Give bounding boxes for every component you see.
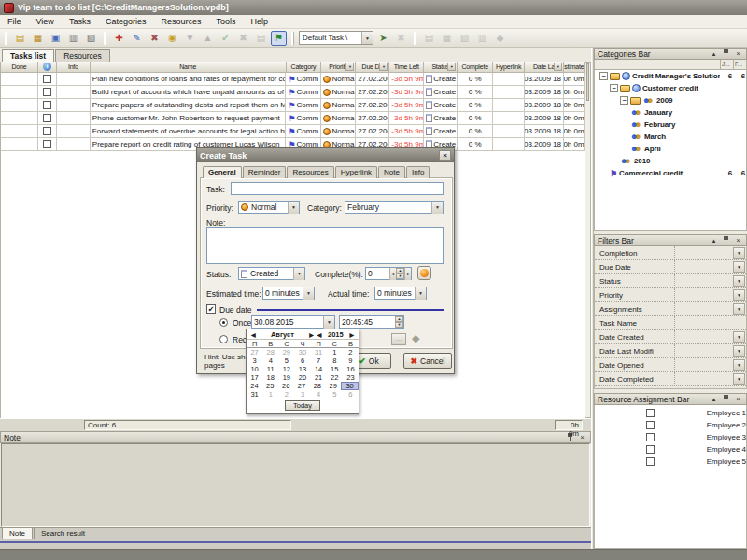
save-icon[interactable]: ▣ (48, 31, 63, 46)
expand-icon[interactable]: − (620, 96, 628, 105)
column-header-complete[interactable]: Complete (458, 62, 493, 73)
column-header-info-flag[interactable]: i (38, 62, 57, 73)
actual-time-combo[interactable]: 0 minutes ▼ (374, 287, 427, 300)
vertical-scrollbar[interactable] (585, 62, 591, 418)
task-input[interactable] (231, 182, 444, 195)
calendar-day[interactable]: 3 (247, 357, 262, 365)
dialog-tab-general[interactable]: General (203, 166, 242, 178)
decrement-icon[interactable]: ◂ (389, 268, 396, 280)
filter-row-completion[interactable]: Completion▼ (595, 246, 746, 260)
calendar-day[interactable]: 5 (327, 390, 343, 399)
calendar-day[interactable]: 14 (311, 365, 327, 373)
report-icon[interactable]: ▤ (421, 31, 437, 46)
calendar-day[interactable]: 26 (278, 382, 294, 390)
collapse-icon[interactable]: ▴ (709, 49, 719, 59)
resource-checkbox[interactable] (646, 445, 655, 454)
print-icon[interactable]: ▥ (65, 31, 81, 46)
assign-resources-icon[interactable]: ◉ (164, 31, 180, 46)
due-date-checkbox[interactable]: ✔ (206, 304, 216, 314)
filter-row-status[interactable]: Status▼ (595, 274, 746, 288)
calendar-day[interactable]: 1 (327, 348, 343, 357)
column-filter-icon[interactable]: ▼ (447, 63, 456, 71)
dialog-tab-resources[interactable]: Resources (287, 166, 333, 178)
scrollbar-thumb[interactable] (586, 63, 589, 101)
tree-item-february[interactable]: ☻February (595, 119, 746, 131)
calendar-day[interactable]: 27 (247, 348, 262, 357)
chevron-down-icon[interactable]: ▼ (733, 331, 745, 343)
categories-column-2[interactable]: Г... (733, 60, 746, 70)
column-header-status[interactable]: Status▼ (424, 62, 458, 73)
column-header-hyperlink[interactable]: Hyperlink (493, 62, 525, 73)
delete-template-icon[interactable]: ✖ (393, 31, 409, 46)
chevron-down-icon[interactable]: ▼ (733, 359, 745, 371)
calendar-day[interactable]: 22 (327, 373, 343, 382)
set-complete-button[interactable] (417, 266, 431, 280)
add-task-icon[interactable]: ✚ (111, 31, 127, 46)
column-header-time_left[interactable]: Time Left (389, 62, 424, 73)
calendar-day[interactable]: 9 (343, 357, 359, 365)
table-row[interactable]: Forward statements of overdue accounts f… (1, 125, 585, 138)
spin-buttons[interactable]: ▲▼ (395, 316, 403, 328)
table-row[interactable]: Build report of accounts which have unpa… (1, 86, 585, 99)
done-checkbox[interactable] (43, 127, 51, 135)
close-icon[interactable]: × (733, 236, 743, 245)
menu-item-help[interactable]: Help (243, 16, 275, 27)
table-row[interactable]: Prepare papers of outstanding debts and … (1, 99, 585, 112)
pin-icon[interactable] (721, 395, 731, 404)
pin-icon[interactable] (721, 49, 731, 59)
spin-buttons[interactable]: ▲▼ (396, 268, 404, 279)
calendar-day[interactable]: 8 (327, 357, 343, 365)
menu-item-tasks[interactable]: Tasks (62, 16, 98, 27)
chevron-down-icon[interactable]: ▼ (733, 275, 745, 287)
dialog-close-button[interactable]: × (439, 150, 451, 161)
chevron-down-icon[interactable]: ▼ (733, 345, 745, 357)
column-filter-icon[interactable]: ▼ (345, 63, 354, 71)
calendar-day[interactable]: 2 (343, 348, 359, 357)
filter-row-priority[interactable]: Priority▼ (595, 288, 746, 302)
next-year-icon[interactable]: ▶ (347, 331, 356, 338)
apply-template-icon[interactable]: ➤ (375, 31, 391, 46)
collapse-icon[interactable]: ▴ (709, 236, 719, 245)
calendar-day[interactable]: 4 (311, 390, 327, 399)
calendar-day[interactable]: 25 (262, 382, 278, 390)
tree-item-credit-manager-s-solution[interactable]: −Credit Manager's Solution66 (595, 70, 746, 82)
menu-item-resources[interactable]: Resources (153, 16, 208, 27)
edit-task-icon[interactable]: ✎ (129, 31, 145, 46)
calendar-day[interactable]: 7 (311, 357, 327, 365)
tab-note[interactable]: Note (2, 528, 33, 539)
menu-item-file[interactable]: File (0, 16, 29, 27)
column-filter-icon[interactable]: ▼ (379, 63, 388, 71)
calendar-day[interactable]: 6 (343, 390, 359, 399)
email-icon[interactable]: ▥ (474, 31, 490, 46)
calendar-day[interactable]: 20 (294, 373, 310, 382)
close-icon[interactable]: × (733, 395, 743, 404)
category-combo[interactable]: February ▼ (345, 201, 444, 214)
dialog-tab-info[interactable]: Info (406, 166, 430, 178)
chevron-down-icon[interactable]: ▼ (733, 247, 745, 259)
column-header-info[interactable]: Info (57, 62, 91, 73)
once-radio[interactable] (219, 318, 228, 327)
column-header-done[interactable]: Done (1, 62, 38, 73)
chevron-down-icon[interactable]: ▼ (431, 202, 443, 214)
tab-search-result[interactable]: Search result (34, 528, 92, 539)
calendar-day[interactable]: 16 (343, 365, 359, 373)
move-down-icon[interactable]: ▼ (182, 31, 198, 46)
new-list-icon[interactable]: ▤ (12, 31, 28, 46)
recurrence-ellipsis-button[interactable]: ... (391, 333, 406, 345)
resource-checkbox[interactable] (646, 409, 655, 417)
tree-item-customer-credit[interactable]: −Customer credit (595, 82, 746, 94)
filter-row-date-completed[interactable]: Date Completed▼ (595, 372, 746, 386)
tree-item-2009[interactable]: −☻2009 (595, 94, 746, 106)
resource-checkbox[interactable] (646, 421, 655, 429)
calendar-day[interactable]: 11 (262, 365, 278, 373)
tab-resources[interactable]: Resources (55, 49, 110, 62)
resource-checkbox[interactable] (646, 433, 655, 441)
calendar-day[interactable]: 1 (262, 390, 278, 399)
calendar-day[interactable]: 21 (311, 373, 327, 382)
column-header-category[interactable]: Category (287, 62, 322, 73)
column-header-due_date[interactable]: Due Da▼ (356, 62, 389, 73)
menu-item-categories[interactable]: Categories (98, 16, 154, 27)
calendar-day[interactable]: 19 (278, 373, 294, 382)
calendar-day[interactable]: 17 (247, 373, 262, 382)
note-panel-body[interactable] (1, 443, 590, 527)
